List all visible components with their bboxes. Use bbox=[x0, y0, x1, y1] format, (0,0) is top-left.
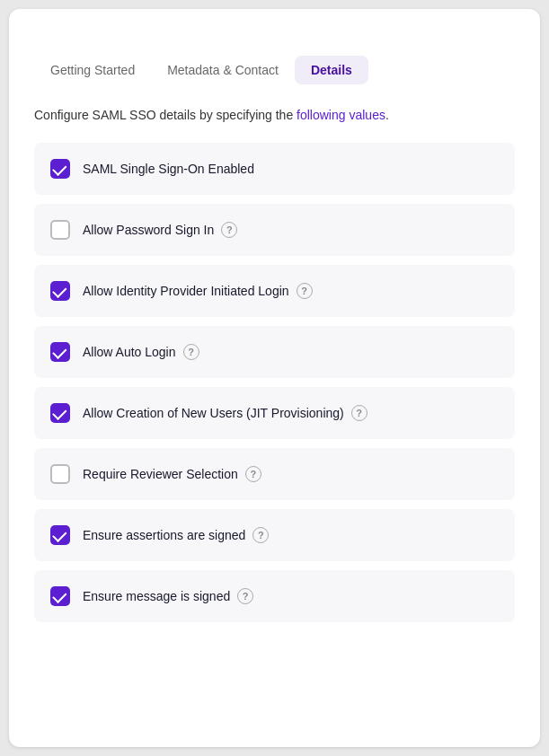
checkbox-allow-new-users[interactable] bbox=[50, 403, 70, 423]
option-label-allow-new-users: Allow Creation of New Users (JIT Provisi… bbox=[83, 405, 499, 421]
tab-bar: Getting StartedMetadata & ContactDetails bbox=[34, 56, 515, 84]
option-label-allow-auto-login: Allow Auto Login? bbox=[83, 344, 499, 360]
checkbox-ensure-assertions-signed[interactable] bbox=[50, 525, 70, 545]
option-row-allow-password-sign-in: Allow Password Sign In? bbox=[34, 204, 515, 256]
description-text: Configure SAML SSO details by specifying… bbox=[34, 106, 515, 125]
option-row-ensure-message-signed: Ensure message is signed? bbox=[34, 570, 515, 622]
checkbox-checked-allow-auto-login bbox=[50, 342, 70, 362]
checkbox-checked-saml-sso-enabled bbox=[50, 159, 70, 179]
checkbox-checked-ensure-message-signed bbox=[50, 586, 70, 606]
description-after: . bbox=[385, 108, 389, 122]
description-highlight: following values bbox=[297, 108, 385, 122]
checkbox-ensure-message-signed[interactable] bbox=[50, 586, 70, 606]
checkbox-checked-allow-new-users bbox=[50, 403, 70, 423]
option-label-saml-sso-enabled: SAML Single Sign-On Enabled bbox=[83, 162, 499, 176]
option-row-require-reviewer: Require Reviewer Selection? bbox=[34, 448, 515, 500]
option-text-require-reviewer: Require Reviewer Selection bbox=[83, 467, 238, 481]
option-row-allow-idp-login: Allow Identity Provider Initiated Login? bbox=[34, 265, 515, 317]
option-row-allow-auto-login: Allow Auto Login? bbox=[34, 326, 515, 378]
option-row-allow-new-users: Allow Creation of New Users (JIT Provisi… bbox=[34, 387, 515, 439]
help-icon-require-reviewer[interactable]: ? bbox=[245, 466, 261, 482]
option-text-allow-new-users: Allow Creation of New Users (JIT Provisi… bbox=[83, 406, 344, 420]
options-list: SAML Single Sign-On EnabledAllow Passwor… bbox=[34, 143, 515, 622]
option-text-ensure-message-signed: Ensure message is signed bbox=[83, 589, 230, 603]
option-label-allow-idp-login: Allow Identity Provider Initiated Login? bbox=[83, 283, 499, 299]
option-text-allow-auto-login: Allow Auto Login bbox=[83, 345, 176, 359]
option-label-require-reviewer: Require Reviewer Selection? bbox=[83, 466, 499, 482]
checkbox-allow-auto-login[interactable] bbox=[50, 342, 70, 362]
help-icon-allow-auto-login[interactable]: ? bbox=[183, 344, 199, 360]
checkbox-allow-password-sign-in[interactable] bbox=[50, 220, 70, 240]
sso-card: Getting StartedMetadata & ContactDetails… bbox=[9, 9, 540, 747]
help-icon-allow-idp-login[interactable]: ? bbox=[297, 283, 313, 299]
checkbox-allow-idp-login[interactable] bbox=[50, 281, 70, 301]
help-icon-ensure-message-signed[interactable]: ? bbox=[237, 588, 253, 604]
help-icon-allow-new-users[interactable]: ? bbox=[351, 405, 367, 421]
option-label-ensure-assertions-signed: Ensure assertions are signed? bbox=[83, 527, 499, 543]
checkbox-unchecked-require-reviewer bbox=[50, 464, 70, 484]
help-icon-allow-password-sign-in[interactable]: ? bbox=[221, 222, 237, 238]
option-text-saml-sso-enabled: SAML Single Sign-On Enabled bbox=[83, 162, 254, 176]
tab-metadata-contact[interactable]: Metadata & Contact bbox=[151, 56, 295, 84]
checkbox-require-reviewer[interactable] bbox=[50, 464, 70, 484]
help-icon-ensure-assertions-signed[interactable]: ? bbox=[252, 527, 269, 543]
option-label-ensure-message-signed: Ensure message is signed? bbox=[83, 588, 499, 604]
option-text-allow-password-sign-in: Allow Password Sign In bbox=[83, 223, 214, 237]
option-label-allow-password-sign-in: Allow Password Sign In? bbox=[83, 222, 499, 238]
option-text-allow-idp-login: Allow Identity Provider Initiated Login bbox=[83, 284, 289, 298]
checkbox-checked-allow-idp-login bbox=[50, 281, 70, 301]
tab-details[interactable]: Details bbox=[295, 56, 368, 84]
checkbox-unchecked-allow-password-sign-in bbox=[50, 220, 70, 240]
option-row-ensure-assertions-signed: Ensure assertions are signed? bbox=[34, 509, 515, 561]
checkbox-checked-ensure-assertions-signed bbox=[50, 525, 70, 545]
option-text-ensure-assertions-signed: Ensure assertions are signed bbox=[83, 528, 245, 542]
tab-getting-started[interactable]: Getting Started bbox=[34, 56, 151, 84]
option-row-saml-sso-enabled: SAML Single Sign-On Enabled bbox=[34, 143, 515, 195]
checkbox-saml-sso-enabled[interactable] bbox=[50, 159, 70, 179]
description-before: Configure SAML SSO details by specifying… bbox=[34, 108, 297, 122]
